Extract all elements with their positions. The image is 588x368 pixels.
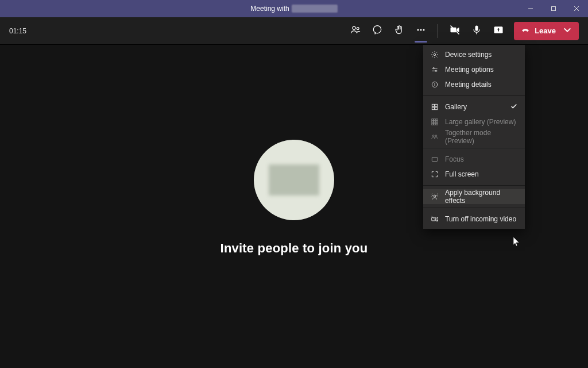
- more-actions-menu: Device settings Meeting options Meeting …: [423, 45, 525, 229]
- meeting-toolbar: 01:15: [0, 17, 588, 45]
- svg-point-38: [434, 195, 436, 197]
- raise-hand-icon: [393, 24, 405, 38]
- share-screen-icon: [493, 24, 504, 38]
- background-effects-icon: [430, 192, 439, 201]
- menu-large-gallery: Large gallery (Preview): [423, 114, 525, 129]
- share-button[interactable]: [489, 21, 508, 41]
- svg-rect-28: [436, 119, 438, 121]
- menu-divider: [423, 185, 525, 186]
- svg-point-8: [420, 29, 422, 30]
- svg-rect-27: [434, 119, 436, 121]
- svg-rect-34: [436, 123, 438, 125]
- svg-rect-43: [432, 217, 436, 221]
- leave-label: Leave: [535, 26, 556, 35]
- menu-label: Meeting options: [445, 66, 494, 74]
- menu-meeting-details[interactable]: Meeting details: [423, 77, 525, 92]
- close-button[interactable]: [565, 0, 588, 17]
- menu-together-mode: Together mode (Preview): [423, 129, 525, 144]
- svg-rect-24: [432, 108, 434, 110]
- active-menu-indicator: [415, 41, 427, 43]
- chevron-down-icon: [563, 25, 572, 36]
- svg-point-4: [353, 26, 355, 29]
- teams-meeting-window: Meeting with 01:15: [0, 0, 588, 368]
- menu-apply-background-effects[interactable]: Apply background effects: [423, 189, 525, 204]
- participants-button[interactable]: [346, 21, 365, 41]
- svg-line-40: [432, 195, 433, 196]
- camera-off-icon: [449, 24, 461, 38]
- chat-button[interactable]: [368, 21, 387, 41]
- sliders-icon: [430, 65, 439, 74]
- svg-rect-33: [434, 123, 436, 125]
- camera-toggle-button[interactable]: [445, 21, 465, 41]
- svg-rect-1: [552, 7, 556, 11]
- large-grid-icon: [430, 117, 439, 126]
- menu-label: Together mode (Preview): [445, 129, 518, 145]
- svg-point-35: [432, 135, 434, 137]
- participant-name-redacted: [292, 5, 338, 13]
- svg-rect-25: [435, 108, 438, 110]
- menu-divider: [423, 148, 525, 148]
- together-icon: [430, 132, 439, 141]
- svg-rect-30: [434, 121, 436, 123]
- window-title: Meeting with: [250, 5, 337, 13]
- grid-icon: [430, 102, 439, 112]
- reactions-button[interactable]: [389, 21, 409, 41]
- hangup-icon: [521, 25, 530, 36]
- toolbar-separator: [438, 24, 438, 38]
- menu-divider: [423, 95, 525, 96]
- focus-icon: [430, 155, 439, 164]
- check-icon: [510, 102, 518, 112]
- avatar-image-redacted: [269, 164, 319, 195]
- meeting-stage: Invite people to join you Device setting…: [0, 45, 588, 368]
- svg-line-39: [432, 194, 432, 194]
- svg-point-9: [423, 29, 425, 30]
- minimize-button[interactable]: [519, 0, 542, 17]
- gear-icon: [430, 50, 439, 59]
- people-icon: [350, 24, 361, 38]
- menu-full-screen[interactable]: Full screen: [423, 167, 525, 182]
- svg-rect-37: [432, 158, 437, 162]
- svg-line-41: [437, 194, 438, 194]
- svg-point-18: [435, 70, 436, 71]
- svg-point-6: [373, 25, 381, 33]
- invite-message: Invite people to join you: [220, 241, 368, 256]
- mic-toggle-button[interactable]: [467, 21, 486, 41]
- leave-button[interactable]: Leave: [514, 22, 579, 40]
- menu-turn-off-incoming-video[interactable]: Turn off incoming video: [423, 212, 525, 227]
- maximize-button[interactable]: [542, 0, 565, 17]
- more-icon: [415, 24, 427, 38]
- menu-label: Full screen: [445, 170, 479, 178]
- info-icon: [430, 80, 439, 89]
- mouse-cursor: [511, 236, 520, 250]
- menu-label: Apply background effects: [445, 189, 518, 205]
- participant-avatar: [254, 140, 334, 220]
- mic-icon: [471, 24, 482, 38]
- call-timer: 01:15: [9, 27, 26, 35]
- svg-rect-32: [432, 123, 434, 125]
- menu-label: Meeting details: [445, 80, 492, 89]
- svg-point-21: [435, 83, 435, 83]
- menu-device-settings[interactable]: Device settings: [423, 47, 525, 62]
- menu-gallery[interactable]: Gallery: [423, 99, 525, 114]
- menu-meeting-options[interactable]: Meeting options: [423, 62, 525, 77]
- svg-point-36: [435, 135, 437, 137]
- svg-rect-11: [475, 25, 478, 30]
- menu-label: Focus: [445, 155, 464, 163]
- fullscreen-icon: [430, 170, 439, 179]
- menu-label: Large gallery (Preview): [445, 118, 516, 126]
- titlebar: Meeting with: [0, 0, 588, 17]
- svg-rect-23: [435, 104, 438, 106]
- svg-rect-31: [436, 121, 438, 123]
- video-off-icon: [430, 214, 439, 224]
- window-title-prefix: Meeting with: [250, 5, 289, 13]
- svg-rect-29: [432, 121, 434, 123]
- chat-icon: [372, 24, 383, 38]
- more-actions-button[interactable]: [411, 21, 431, 41]
- svg-rect-22: [432, 104, 434, 106]
- menu-focus: Focus: [423, 152, 525, 167]
- menu-label: Turn off incoming video: [445, 215, 516, 223]
- svg-line-42: [436, 195, 438, 196]
- window-controls: [519, 0, 588, 17]
- svg-point-14: [434, 53, 436, 56]
- svg-point-5: [357, 27, 359, 29]
